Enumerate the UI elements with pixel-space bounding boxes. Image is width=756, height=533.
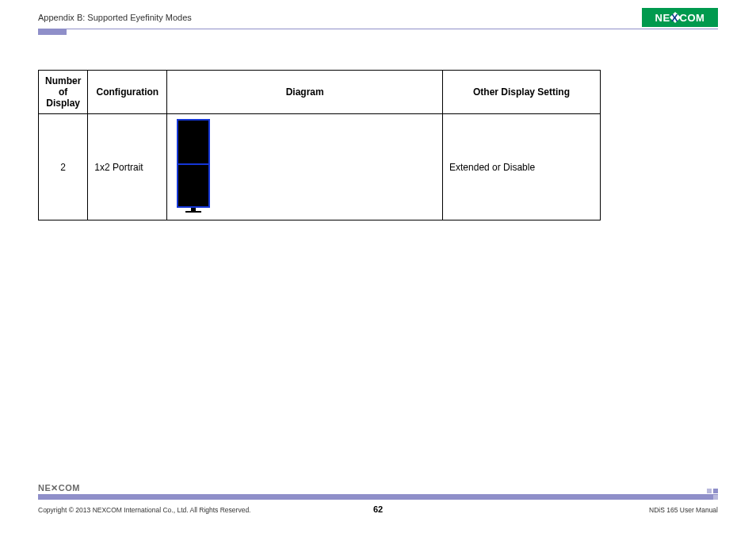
square-icon xyxy=(713,489,718,493)
modes-table-wrap: Number of Display Configuration Diagram … xyxy=(38,70,601,220)
appendix-title: Appendix B: Supported Eyefinity Modes xyxy=(38,13,192,22)
logo-left: NE xyxy=(655,12,670,24)
footer-rule xyxy=(38,494,718,500)
footer-logo-right: COM xyxy=(59,483,80,493)
col-header-diagram: Diagram xyxy=(167,71,443,114)
footer-logo-left: NE xyxy=(38,483,51,493)
footer-logo-x-icon: ✕ xyxy=(51,483,59,493)
stand-base-icon xyxy=(185,211,201,213)
cell-number: 2 xyxy=(39,114,88,220)
modes-table: Number of Display Configuration Diagram … xyxy=(38,70,601,220)
header-rule xyxy=(38,29,718,29)
square-icon xyxy=(707,495,712,500)
footer-squares-icon xyxy=(707,489,718,500)
cell-config: 1x2 Portrait xyxy=(88,114,167,220)
nexcom-logo: NE X COM xyxy=(642,8,718,27)
col-header-other: Other Display Setting xyxy=(443,71,601,114)
logo-right: COM xyxy=(680,12,705,24)
square-icon xyxy=(713,495,718,500)
col-header-config: Configuration xyxy=(88,71,167,114)
cell-other: Extended or Disable xyxy=(443,114,601,220)
col-header-number: Number of Display xyxy=(39,71,88,114)
logo-text: NE X COM xyxy=(655,12,705,24)
screen-bottom xyxy=(178,163,208,206)
logo-x-icon: X xyxy=(670,12,680,24)
table-header-row: Number of Display Configuration Diagram … xyxy=(39,71,601,114)
diagram-1x2-portrait xyxy=(177,119,210,213)
page-number: 62 xyxy=(0,504,756,514)
screen-top xyxy=(178,121,208,163)
table-row: 2 1x2 Portrait Extended or Disable xyxy=(39,114,601,220)
monitor-icon xyxy=(177,119,210,208)
doc-title: NDiS 165 User Manual xyxy=(649,506,718,514)
cell-diagram xyxy=(167,114,443,220)
header: Appendix B: Supported Eyefinity Modes NE… xyxy=(38,8,718,27)
square-icon xyxy=(707,489,712,493)
footer-logo: NE✕COM xyxy=(38,483,80,493)
page: Appendix B: Supported Eyefinity Modes NE… xyxy=(0,0,756,533)
header-tab xyxy=(38,29,67,35)
